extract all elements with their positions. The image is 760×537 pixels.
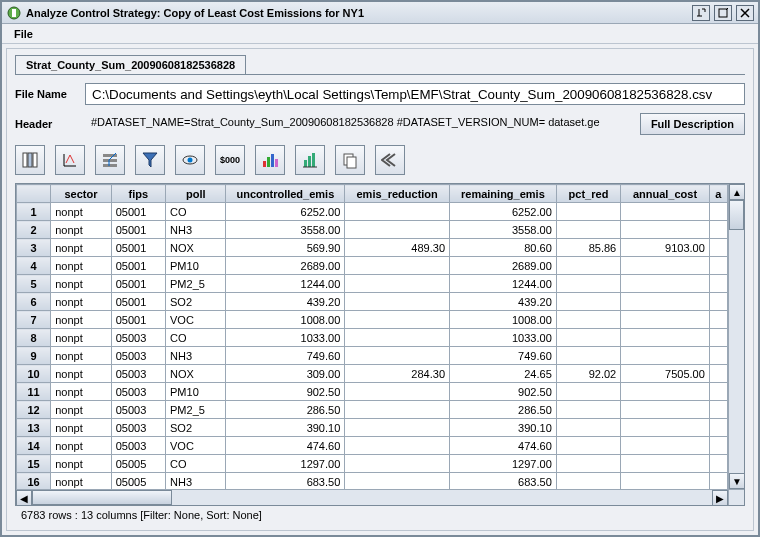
row-number[interactable]: 3 (17, 239, 51, 257)
row-number[interactable]: 9 (17, 347, 51, 365)
cell-annual-cost[interactable] (621, 203, 710, 221)
cell-emis-reduction[interactable] (345, 221, 450, 239)
cell-pct-red[interactable] (556, 293, 620, 311)
cell-truncated[interactable] (709, 311, 727, 329)
table-row[interactable]: 16nonpt05005NH3683.50683.50 (17, 473, 728, 490)
copy-button[interactable] (335, 145, 365, 175)
cell-fips[interactable]: 05003 (111, 347, 165, 365)
cell-sector[interactable]: nonpt (51, 257, 111, 275)
file-name-input[interactable] (85, 83, 745, 105)
table-row[interactable]: 15nonpt05005CO1297.001297.00 (17, 455, 728, 473)
table-row[interactable]: 6nonpt05001SO2439.20439.20 (17, 293, 728, 311)
stats-button[interactable] (295, 145, 325, 175)
col-truncated[interactable]: a (709, 185, 727, 203)
cell-sector[interactable]: nonpt (51, 437, 111, 455)
cell-remaining-emis[interactable]: 749.60 (450, 347, 557, 365)
format-button[interactable]: $000 (215, 145, 245, 175)
cell-poll[interactable]: NOX (166, 365, 226, 383)
cell-poll[interactable]: PM10 (166, 257, 226, 275)
cell-emis-reduction[interactable] (345, 275, 450, 293)
cell-truncated[interactable] (709, 275, 727, 293)
cell-remaining-emis[interactable]: 902.50 (450, 383, 557, 401)
cell-emis-reduction[interactable] (345, 473, 450, 490)
cell-pct-red[interactable]: 92.02 (556, 365, 620, 383)
cell-emis-reduction[interactable] (345, 347, 450, 365)
cell-annual-cost[interactable]: 7505.00 (621, 365, 710, 383)
cell-sector[interactable]: nonpt (51, 401, 111, 419)
cell-fips[interactable]: 05001 (111, 293, 165, 311)
cell-sector[interactable]: nonpt (51, 383, 111, 401)
close-button[interactable] (736, 5, 754, 21)
col-emis-reduction[interactable]: emis_reduction (345, 185, 450, 203)
menu-file[interactable]: File (8, 26, 39, 42)
col-annual-cost[interactable]: annual_cost (621, 185, 710, 203)
col-pct-red[interactable]: pct_red (556, 185, 620, 203)
col-remaining-emis[interactable]: remaining_emis (450, 185, 557, 203)
table-row[interactable]: 14nonpt05003VOC474.60474.60 (17, 437, 728, 455)
row-number[interactable]: 7 (17, 311, 51, 329)
table-row[interactable]: 12nonpt05003PM2_5286.50286.50 (17, 401, 728, 419)
row-number[interactable]: 8 (17, 329, 51, 347)
cell-emis-reduction[interactable] (345, 329, 450, 347)
table-row[interactable]: 7nonpt05001VOC1008.001008.00 (17, 311, 728, 329)
cell-uncontrolled-emis[interactable]: 474.60 (226, 437, 345, 455)
horizontal-scrollbar[interactable]: ◀ ▶ (16, 489, 728, 505)
cell-uncontrolled-emis[interactable]: 309.00 (226, 365, 345, 383)
cell-sector[interactable]: nonpt (51, 275, 111, 293)
cell-sector[interactable]: nonpt (51, 419, 111, 437)
hscroll-track[interactable] (32, 490, 712, 505)
row-number[interactable]: 6 (17, 293, 51, 311)
bar-chart-button[interactable] (255, 145, 285, 175)
cell-annual-cost[interactable] (621, 437, 710, 455)
cell-remaining-emis[interactable]: 1033.00 (450, 329, 557, 347)
tab-strat-county-sum[interactable]: Strat_County_Sum_20090608182536828 (15, 55, 246, 74)
cell-truncated[interactable] (709, 365, 727, 383)
table-row[interactable]: 2nonpt05001NH33558.003558.00 (17, 221, 728, 239)
cell-poll[interactable]: CO (166, 203, 226, 221)
cell-remaining-emis[interactable]: 439.20 (450, 293, 557, 311)
cell-uncontrolled-emis[interactable]: 2689.00 (226, 257, 345, 275)
cell-annual-cost[interactable] (621, 401, 710, 419)
vscroll-thumb[interactable] (729, 200, 744, 230)
cell-truncated[interactable] (709, 257, 727, 275)
cell-remaining-emis[interactable]: 24.65 (450, 365, 557, 383)
cell-emis-reduction[interactable]: 489.30 (345, 239, 450, 257)
cell-fips[interactable]: 05003 (111, 419, 165, 437)
cell-poll[interactable]: PM10 (166, 383, 226, 401)
row-number[interactable]: 16 (17, 473, 51, 490)
cell-pct-red[interactable] (556, 329, 620, 347)
cell-truncated[interactable] (709, 239, 727, 257)
cell-fips[interactable]: 05001 (111, 257, 165, 275)
cell-pct-red[interactable] (556, 311, 620, 329)
filter-rows-button[interactable] (95, 145, 125, 175)
table-row[interactable]: 10nonpt05003NOX309.00284.3024.6592.02750… (17, 365, 728, 383)
cell-uncontrolled-emis[interactable]: 902.50 (226, 383, 345, 401)
cell-pct-red[interactable] (556, 347, 620, 365)
cell-remaining-emis[interactable]: 80.60 (450, 239, 557, 257)
cell-poll[interactable]: NH3 (166, 221, 226, 239)
cell-poll[interactable]: PM2_5 (166, 401, 226, 419)
cell-sector[interactable]: nonpt (51, 365, 111, 383)
cell-truncated[interactable] (709, 203, 727, 221)
hscroll-thumb[interactable] (32, 490, 172, 505)
row-number[interactable]: 1 (17, 203, 51, 221)
cell-poll[interactable]: VOC (166, 311, 226, 329)
cell-annual-cost[interactable] (621, 347, 710, 365)
table-row[interactable]: 1nonpt05001CO6252.006252.00 (17, 203, 728, 221)
col-sector[interactable]: sector (51, 185, 111, 203)
cell-remaining-emis[interactable]: 2689.00 (450, 257, 557, 275)
cell-emis-reduction[interactable] (345, 203, 450, 221)
cell-emis-reduction[interactable] (345, 419, 450, 437)
col-uncontrolled-emis[interactable]: uncontrolled_emis (226, 185, 345, 203)
row-number[interactable]: 11 (17, 383, 51, 401)
cell-truncated[interactable] (709, 293, 727, 311)
cell-uncontrolled-emis[interactable]: 1297.00 (226, 455, 345, 473)
cell-remaining-emis[interactable]: 6252.00 (450, 203, 557, 221)
cell-poll[interactable]: NH3 (166, 347, 226, 365)
cell-remaining-emis[interactable]: 1244.00 (450, 275, 557, 293)
row-number[interactable]: 2 (17, 221, 51, 239)
cell-pct-red[interactable] (556, 383, 620, 401)
cell-sector[interactable]: nonpt (51, 329, 111, 347)
cell-uncontrolled-emis[interactable]: 569.90 (226, 239, 345, 257)
cell-uncontrolled-emis[interactable]: 1008.00 (226, 311, 345, 329)
